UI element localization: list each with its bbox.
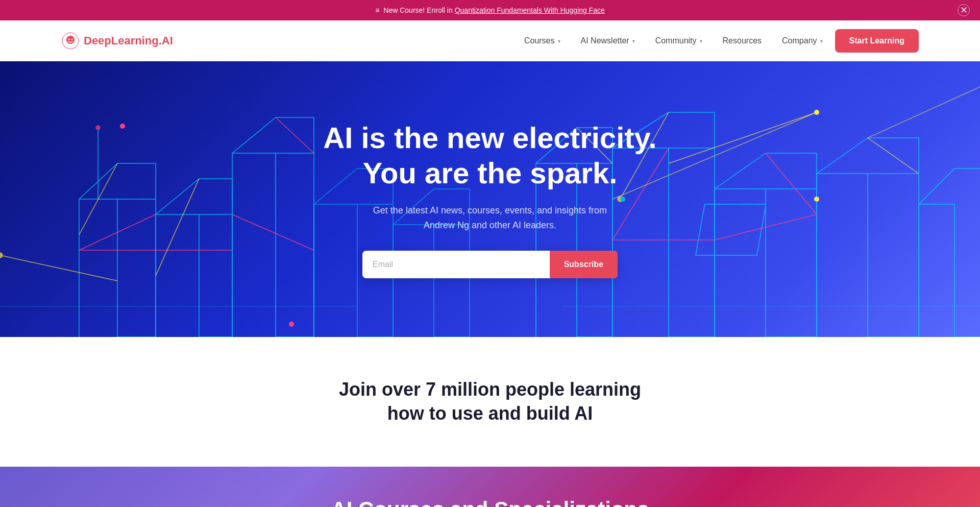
svg-line-76 <box>868 87 980 138</box>
svg-line-26 <box>79 214 156 250</box>
close-icon: ✕ <box>960 5 968 16</box>
company-label: Company <box>782 36 817 45</box>
svg-line-13 <box>156 179 199 214</box>
courses-chevron: ▾ <box>558 38 560 44</box>
community-label: Community <box>655 36 697 45</box>
svg-line-29 <box>79 163 117 235</box>
logo-icon <box>61 32 80 50</box>
courses-title: AI Courses and Specializations <box>331 497 649 507</box>
newsletter-label: AI Newsletter <box>581 36 629 45</box>
courses-label: Courses <box>524 36 555 45</box>
start-learning-button[interactable]: Start Learning <box>835 29 919 53</box>
svg-line-58 <box>919 168 954 204</box>
hero-title-line1: AI is the new electricity. <box>323 121 656 154</box>
join-title: Join over 7 million people learning how … <box>337 378 643 426</box>
svg-line-68 <box>669 112 817 163</box>
hero-content: AI is the new electricity. You are the s… <box>313 89 667 309</box>
navbar: DeepLearning.AI Courses ▾ AI Newsletter … <box>0 20 980 61</box>
announcement-bar: ≡ New Course! Enroll in Quantization Fun… <box>0 0 980 20</box>
logo[interactable]: DeepLearning.AI <box>61 32 173 50</box>
svg-line-28 <box>276 117 314 153</box>
close-announcement-button[interactable]: ✕ <box>958 4 970 16</box>
svg-line-67 <box>868 138 919 174</box>
hero-section: AI is the new electricity. You are the s… <box>0 61 980 337</box>
courses-section: AI Courses and Specializations <box>0 467 980 507</box>
resources-label: Resources <box>723 36 762 45</box>
svg-line-30 <box>0 255 117 281</box>
svg-point-75 <box>814 110 819 115</box>
email-input[interactable] <box>362 251 550 278</box>
svg-line-32 <box>156 179 199 276</box>
subscribe-form: Subscribe <box>362 251 618 278</box>
svg-line-45 <box>715 153 766 189</box>
hero-title-line2: You are the spark. <box>363 156 618 189</box>
nav-item-newsletter[interactable]: AI Newsletter ▾ <box>573 32 643 50</box>
document-icon: ≡ <box>375 6 379 14</box>
newsletter-chevron: ▾ <box>632 38 635 44</box>
nav-item-courses[interactable]: Courses ▾ <box>516 32 569 50</box>
nav-links: Courses ▾ AI Newsletter ▾ Community ▾ Re… <box>516 29 919 53</box>
svg-point-73 <box>814 197 819 202</box>
svg-point-71 <box>289 322 294 327</box>
hero-subtitle: Get the latest AI news, courses, events,… <box>362 203 618 233</box>
svg-line-63 <box>715 214 817 240</box>
company-chevron: ▾ <box>820 38 823 44</box>
nav-item-company[interactable]: Company ▾ <box>774 32 830 50</box>
svg-rect-51 <box>696 204 766 255</box>
svg-line-19 <box>232 117 276 153</box>
hero-title: AI is the new electricity. You are the s… <box>323 120 656 191</box>
logo-text: DeepLearning.AI <box>84 34 173 47</box>
svg-line-5 <box>79 163 117 199</box>
svg-point-70 <box>120 124 125 129</box>
svg-point-3 <box>68 39 70 40</box>
svg-line-64 <box>766 153 817 214</box>
announcement-link[interactable]: Quantization Fundamentals With Hugging F… <box>455 6 605 14</box>
svg-point-4 <box>71 39 73 40</box>
announcement-prefix: New Course! Enroll in <box>383 6 452 14</box>
svg-point-31 <box>0 253 3 258</box>
svg-line-52 <box>817 138 868 174</box>
svg-point-12 <box>96 126 100 130</box>
nav-item-community[interactable]: Community ▾ <box>647 32 710 50</box>
subscribe-button[interactable]: Subscribe <box>550 251 618 278</box>
join-section: Join over 7 million people learning how … <box>0 337 980 467</box>
svg-line-27 <box>232 214 314 250</box>
community-chevron: ▾ <box>700 38 702 44</box>
nav-item-resources[interactable]: Resources <box>715 32 770 50</box>
